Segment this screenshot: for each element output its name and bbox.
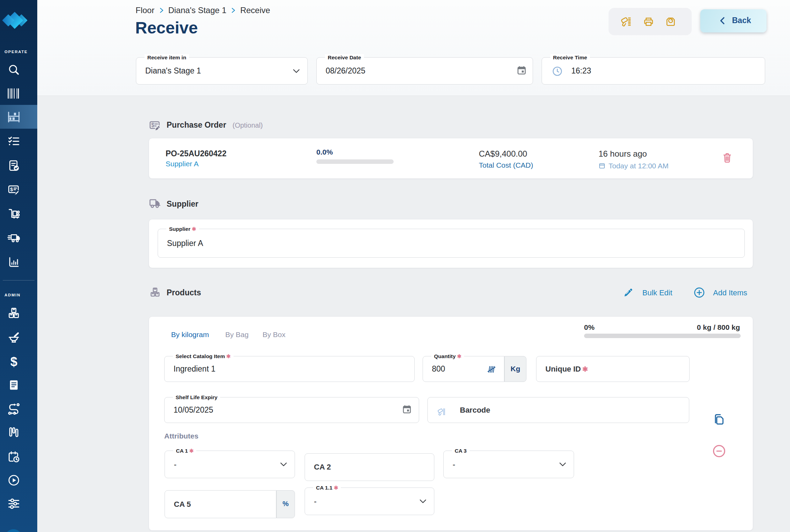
svg-text:$: $ bbox=[10, 186, 13, 192]
svg-text:$: $ bbox=[151, 122, 155, 128]
svg-text:$: $ bbox=[10, 355, 17, 368]
